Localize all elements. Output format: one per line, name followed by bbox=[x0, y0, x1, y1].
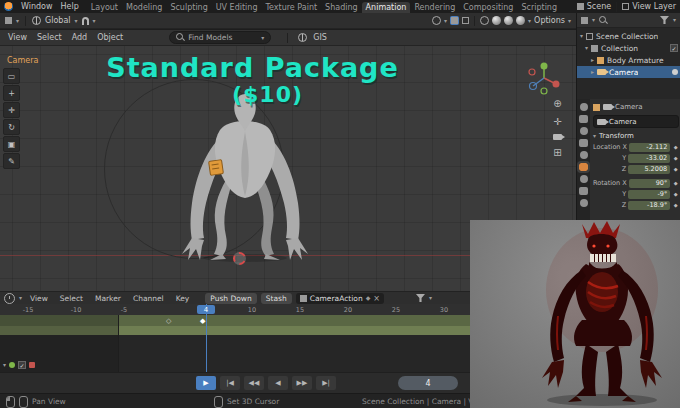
zoom-icon[interactable]: ⊕ bbox=[553, 98, 561, 109]
menu-select[interactable]: Select bbox=[56, 294, 87, 303]
shading-solid-icon[interactable] bbox=[492, 16, 501, 25]
proportional-edit-icon[interactable] bbox=[432, 16, 441, 25]
frame-number-field[interactable]: 4 bbox=[398, 376, 458, 390]
rotate-tool[interactable]: ↻ bbox=[3, 119, 20, 135]
menu-channel[interactable]: Channel bbox=[129, 294, 168, 303]
editor-type-icon[interactable] bbox=[5, 17, 12, 24]
tab-sculpting[interactable]: Sculpting bbox=[166, 2, 211, 13]
tab-compositing[interactable]: Compositing bbox=[459, 2, 517, 13]
keyframe-decorator-icon[interactable]: ◆ bbox=[672, 180, 679, 186]
playhead-line[interactable] bbox=[206, 304, 207, 372]
filter-icon[interactable] bbox=[416, 294, 425, 302]
collection-checkbox[interactable]: ✓ bbox=[670, 44, 678, 52]
shading-wireframe-icon[interactable] bbox=[480, 16, 489, 25]
timeline-editor-icon[interactable] bbox=[4, 293, 15, 304]
location-x-field[interactable]: -2.112 bbox=[629, 143, 670, 152]
transform-section-header[interactable]: ▾ Transform bbox=[591, 130, 680, 141]
ortho-grid-icon[interactable]: ⊞ bbox=[553, 147, 561, 158]
menu-view[interactable]: View bbox=[26, 294, 52, 303]
action-name-field[interactable]: CameraAction ◆ × bbox=[296, 293, 384, 304]
active-mode-highlight[interactable] bbox=[450, 16, 459, 25]
scene-selector[interactable]: Scene bbox=[587, 2, 611, 11]
view-layer-selector[interactable]: View Layer bbox=[632, 2, 676, 11]
search-icon[interactable] bbox=[599, 16, 608, 25]
disclosure-icon[interactable]: ▾ bbox=[3, 362, 6, 368]
navigation-gizmo[interactable] bbox=[524, 58, 564, 98]
prev-keyframe-button[interactable]: ◀◀ bbox=[244, 376, 264, 390]
play-button[interactable]: ▶ bbox=[196, 376, 216, 390]
keyframe-decorator-icon[interactable]: ◆ bbox=[672, 144, 679, 150]
menu-marker[interactable]: Marker bbox=[91, 294, 125, 303]
menu-add[interactable]: Add bbox=[68, 33, 92, 42]
visibility-icon[interactable] bbox=[672, 69, 678, 75]
object-name-field[interactable]: Camera bbox=[593, 115, 679, 128]
rotation-y-field[interactable]: -9° bbox=[628, 190, 670, 199]
find-models-search[interactable]: Find Models ▾ bbox=[169, 31, 271, 44]
stash-button[interactable]: Stash bbox=[261, 293, 292, 304]
move-tool[interactable]: ✛ bbox=[3, 102, 20, 118]
tab-scene-properties[interactable] bbox=[579, 139, 588, 147]
pan-icon[interactable]: ✛ bbox=[553, 116, 561, 127]
keyframe-icon[interactable]: ◇ bbox=[166, 317, 171, 325]
selected-control-object[interactable] bbox=[208, 159, 224, 176]
camera-view-icon[interactable] bbox=[553, 134, 562, 140]
tab-modeling[interactable]: Modeling bbox=[122, 2, 166, 13]
tab-world-properties[interactable] bbox=[580, 151, 588, 159]
tab-output-properties[interactable] bbox=[579, 115, 588, 123]
tab-uv-editing[interactable]: UV Editing bbox=[212, 2, 262, 13]
keyframe-decorator-icon[interactable]: ◆ bbox=[672, 155, 679, 161]
snap-magnet-icon[interactable] bbox=[82, 17, 89, 25]
xray-toggle-icon[interactable] bbox=[462, 17, 469, 24]
rotation-z-field[interactable]: -18.9° bbox=[628, 201, 670, 210]
tab-rendering[interactable]: Rendering bbox=[410, 2, 459, 13]
outliner-row-scene-collection[interactable]: ▾ Scene Collection bbox=[577, 30, 680, 42]
keyframe-decorator-icon[interactable]: ◆ bbox=[672, 166, 679, 172]
next-keyframe-button[interactable]: ▶▶ bbox=[292, 376, 312, 390]
menu-gis[interactable]: GIS bbox=[309, 33, 331, 42]
filter-icon[interactable] bbox=[660, 16, 669, 24]
location-y-field[interactable]: -33.02 bbox=[628, 154, 670, 163]
cursor-tool[interactable]: + bbox=[3, 85, 20, 101]
channel-checkbox[interactable]: ✓ bbox=[18, 361, 26, 369]
outliner-row-body-armature[interactable]: ▸ Body Armature bbox=[577, 54, 680, 66]
keyframe-decorator-icon[interactable]: ◆ bbox=[672, 191, 679, 197]
push-down-button[interactable]: Push Down bbox=[205, 293, 256, 304]
outliner-editor-icon[interactable] bbox=[581, 17, 588, 24]
shading-material-icon[interactable] bbox=[504, 16, 513, 25]
outliner-row-camera[interactable]: ▸ Camera bbox=[577, 66, 680, 78]
disclosure-icon[interactable]: ▸ bbox=[591, 57, 594, 63]
tab-scripting[interactable]: Scripting bbox=[517, 2, 561, 13]
menu-view[interactable]: View bbox=[4, 33, 31, 42]
tab-data-properties[interactable] bbox=[579, 187, 588, 195]
select-box-tool[interactable]: ▭ bbox=[3, 68, 20, 84]
current-frame-badge[interactable]: 4 bbox=[197, 305, 215, 314]
disclosure-icon[interactable]: ▾ bbox=[585, 45, 588, 51]
tab-render-properties[interactable] bbox=[580, 103, 588, 111]
location-z-field[interactable]: 5.2008 bbox=[628, 165, 670, 174]
keyframe-icon[interactable]: ◆ bbox=[200, 317, 205, 325]
unlink-action-icon[interactable]: × bbox=[373, 294, 380, 303]
scale-tool[interactable]: ▣ bbox=[3, 136, 20, 152]
keyframe-decorator-icon[interactable]: ◆ bbox=[672, 202, 679, 208]
creature-model[interactable] bbox=[170, 88, 320, 263]
rotation-x-field[interactable]: 90° bbox=[629, 179, 671, 188]
tab-constraints-properties[interactable] bbox=[580, 175, 588, 183]
annotate-tool[interactable]: ✎ bbox=[3, 153, 20, 169]
menu-window[interactable]: Window bbox=[17, 2, 57, 11]
menu-object[interactable]: Object bbox=[93, 33, 127, 42]
options-dropdown[interactable]: Options bbox=[534, 16, 565, 25]
transform-orientation-dropdown[interactable]: Global bbox=[45, 16, 71, 25]
blender-logo-icon[interactable] bbox=[4, 2, 13, 11]
fake-user-icon[interactable]: ◆ bbox=[366, 295, 371, 301]
tab-layout[interactable]: Layout bbox=[87, 2, 122, 13]
tab-animation[interactable]: Animation bbox=[362, 2, 411, 13]
tab-shading[interactable]: Shading bbox=[321, 2, 362, 13]
shading-rendered-icon[interactable] bbox=[516, 16, 525, 25]
tab-view-layer-properties[interactable] bbox=[580, 127, 588, 135]
tab-texture-paint[interactable]: Texture Paint bbox=[261, 2, 321, 13]
play-reverse-button[interactable]: ◀ bbox=[268, 376, 288, 390]
menu-help[interactable]: Help bbox=[57, 2, 83, 11]
tab-physics-properties[interactable] bbox=[580, 199, 588, 207]
jump-to-end-button[interactable]: ▶| bbox=[316, 376, 336, 390]
tab-object-properties[interactable] bbox=[579, 163, 588, 171]
